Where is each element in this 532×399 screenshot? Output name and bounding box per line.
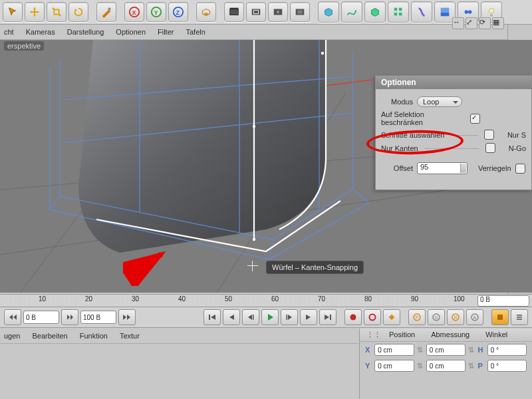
tick: 10: [39, 295, 46, 303]
move-tool[interactable]: [25, 2, 45, 22]
size-x-field[interactable]: 0 cm: [426, 344, 466, 356]
primitive-button[interactable]: [318, 1, 339, 23]
menu-item[interactable]: Textur: [120, 332, 140, 340]
svg-rect-41: [287, 315, 288, 320]
svg-rect-1: [53, 8, 55, 10]
ang-p-field[interactable]: 0 °: [487, 360, 527, 372]
cuts-checkbox[interactable]: [484, 130, 494, 140]
svg-point-24: [468, 10, 471, 13]
scale-tool[interactable]: [47, 2, 66, 22]
svg-rect-39: [209, 315, 210, 320]
select-tool[interactable]: [3, 2, 23, 22]
last-tool[interactable]: [96, 2, 116, 22]
prev-frame-button[interactable]: [242, 309, 259, 325]
render-queue-button[interactable]: [290, 2, 310, 22]
edges-checkbox[interactable]: [485, 143, 495, 153]
svg-rect-45: [389, 315, 394, 320]
record-button[interactable]: [344, 309, 362, 325]
spline-button[interactable]: [341, 1, 362, 23]
svg-text:S: S: [435, 315, 438, 320]
rotate-tool[interactable]: [68, 2, 88, 22]
svg-rect-3: [108, 8, 111, 11]
goto-end-button[interactable]: [319, 309, 336, 325]
frame-a-field[interactable]: 0 B: [23, 311, 59, 324]
restrict-checkbox[interactable]: [470, 114, 480, 124]
menu-item[interactable]: Optionen: [116, 28, 146, 36]
menu-item[interactable]: Darstellung: [67, 28, 104, 36]
menu-item[interactable]: Bearbeiten: [32, 332, 67, 340]
pos-x-field[interactable]: 0 cm: [374, 344, 414, 356]
svg-point-38: [253, 125, 255, 128]
render-settings-button[interactable]: [268, 2, 288, 22]
key-param-button[interactable]: A: [466, 309, 483, 325]
offset-input[interactable]: 95: [417, 162, 467, 174]
menu-item[interactable]: Tafeln: [186, 28, 205, 36]
tick: 20: [85, 295, 92, 303]
menu-item[interactable]: Funktion: [80, 332, 108, 340]
timeline-options-button[interactable]: [511, 309, 528, 325]
render-region-button[interactable]: [246, 2, 266, 22]
col-header: Winkel: [485, 331, 507, 339]
svg-point-44: [370, 315, 376, 321]
nav-icon[interactable]: ↔: [452, 17, 464, 29]
modus-label: Modus: [381, 98, 413, 106]
timeline-marker-button[interactable]: [491, 309, 509, 325]
svg-text:A: A: [473, 315, 477, 320]
ang-h-field[interactable]: 0 °: [487, 344, 527, 356]
svg-text:R: R: [454, 315, 458, 320]
tick: 90: [411, 295, 418, 303]
play-button[interactable]: [261, 309, 279, 325]
svg-point-37: [321, 52, 324, 55]
key-pos-button[interactable]: P: [408, 309, 426, 325]
panel-title: Optionen: [376, 76, 531, 89]
keyframe-button[interactable]: [383, 309, 400, 325]
lock-checkbox[interactable]: [515, 164, 525, 174]
axis-z-button[interactable]: Z: [168, 2, 188, 22]
svg-line-30: [319, 80, 372, 86]
autokey-button[interactable]: [364, 309, 381, 325]
nav-icon[interactable]: ⤢: [466, 17, 477, 29]
nav-icon[interactable]: ▦: [492, 17, 504, 29]
axis-x-button[interactable]: X: [124, 2, 144, 22]
nurbs-button[interactable]: [364, 1, 386, 23]
tick: 70: [318, 295, 325, 303]
range-nudge-button[interactable]: [61, 309, 78, 325]
main-toolbar: X Y Z ↔ ⤢ ⟳ ▦: [0, 0, 532, 25]
svg-rect-17: [394, 8, 398, 11]
svg-text:X: X: [132, 9, 136, 16]
menu-item[interactable]: Kameras: [26, 28, 55, 36]
frame-end-field[interactable]: 0 B: [477, 295, 529, 307]
svg-rect-40: [253, 315, 254, 320]
snap-tooltip: Würfel – Kanten-Snapping: [266, 261, 364, 274]
spinner-icon[interactable]: [460, 164, 466, 173]
edges-label: Nur Kanten: [381, 144, 418, 152]
svg-rect-11: [230, 8, 239, 10]
range-start-button[interactable]: [4, 309, 21, 325]
viewport-nav-icons: ↔ ⤢ ⟳ ▦: [452, 17, 504, 29]
render-view-button[interactable]: [224, 2, 244, 22]
size-y-field[interactable]: 0 cm: [426, 360, 466, 372]
coord-system-button[interactable]: [196, 2, 216, 22]
key-rot-button[interactable]: R: [447, 309, 464, 325]
next-frame-button[interactable]: [281, 309, 298, 325]
array-button[interactable]: [388, 1, 409, 23]
range-end-button[interactable]: [118, 309, 136, 325]
prev-key-button[interactable]: [223, 309, 240, 325]
menu-item[interactable]: Filter: [158, 28, 174, 36]
timeline-ruler[interactable]: 10 20 30 40 50 60 70 80 90 100 0 B: [0, 294, 532, 307]
tick: 60: [271, 295, 279, 303]
cursor-crosshair-icon: [247, 261, 258, 271]
svg-rect-22: [441, 8, 450, 13]
next-key-button[interactable]: [300, 309, 317, 325]
menu-item[interactable]: ugen: [4, 332, 20, 340]
goto-start-button[interactable]: [203, 309, 221, 325]
menu-item[interactable]: cht: [4, 28, 14, 36]
pos-y-field[interactable]: 0 cm: [374, 360, 414, 372]
side-label: N-Go: [509, 144, 526, 152]
deformer-button[interactable]: [411, 1, 432, 23]
key-scl-button[interactable]: S: [428, 309, 445, 325]
frame-b-field[interactable]: 100 B: [80, 311, 116, 324]
modus-dropdown[interactable]: Loop: [417, 96, 462, 107]
axis-y-button[interactable]: Y: [146, 2, 166, 22]
nav-icon[interactable]: ⟳: [479, 17, 491, 29]
